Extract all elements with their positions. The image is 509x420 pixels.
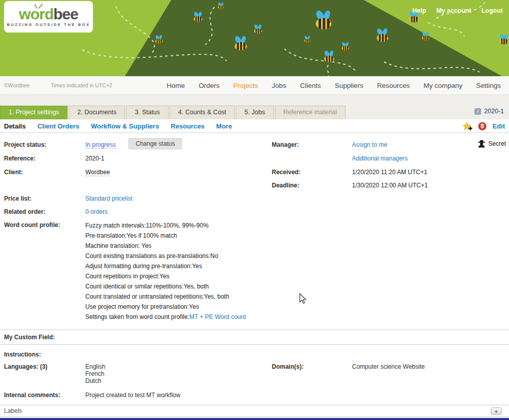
project-status-value[interactable]: In progress <box>85 141 116 149</box>
nav-item[interactable]: Settings <box>476 82 501 89</box>
info-icon[interactable]: i <box>474 108 481 115</box>
domains-label: Domain(s): <box>272 363 304 370</box>
language-item: Dutch <box>85 377 105 384</box>
subnav-item[interactable]: More <box>216 122 232 130</box>
languages-list: EnglishFrenchDutch <box>85 363 105 384</box>
timezone-note: Times indicated in UTC+2 <box>51 82 112 88</box>
word-count-line: Count translated or untranslated repetit… <box>85 292 246 302</box>
word-count-profile-label: Word count profile: <box>4 221 60 229</box>
logo-antennae <box>35 4 44 9</box>
word-count-line: Pre-translation:Yes if 100% match <box>85 231 246 241</box>
languages-domains-row: Languages: (3) EnglishFrenchDutch Domain… <box>0 360 509 389</box>
subnav-item[interactable]: Workflow & Suppliers <box>91 122 159 130</box>
related-order-label: Related order: <box>4 208 45 215</box>
word-count-profile-link[interactable]: MT + PE Word count <box>189 313 246 320</box>
main-navbar: ©Wordbee Times indicated in UTC+2 HomeOr… <box>0 76 509 95</box>
word-count-profile-lines: Fuzzy match intervals:110%-100%, 99%-90%… <box>85 220 246 322</box>
word-count-line: Settings taken from word count profile:M… <box>85 312 246 322</box>
received-label: Received: <box>272 169 301 176</box>
instructions-label: Instructions: <box>4 351 41 358</box>
project-tabstrip: 1. Project settings2. Documents3. Status… <box>0 95 509 119</box>
subnav-items: DetailsClient OrdersWorkflow & Suppliers… <box>4 122 232 130</box>
deadline-label: Deadline: <box>272 182 299 189</box>
project-tab[interactable]: 2. Documents <box>69 106 125 119</box>
project-ref: 2020-1 <box>484 108 504 115</box>
project-ref-box: i 2020-1 <box>474 108 504 115</box>
nav-item[interactable]: Resources <box>377 82 410 89</box>
additional-managers-link[interactable]: Additional managers <box>352 155 407 162</box>
word-count-line-text: Settings taken from word count profile: <box>85 313 189 320</box>
nav-item[interactable]: Jobs <box>272 82 287 89</box>
tabs: 1. Project settings2. Documents3. Status… <box>0 106 346 119</box>
custom-field-label: My Custom Field: <box>4 334 55 341</box>
reference-value: 2020-1 <box>85 155 104 162</box>
language-item: French <box>85 370 105 377</box>
word-count-line-text: Count translated or untranslated repetit… <box>85 293 229 300</box>
nav-item[interactable]: My company <box>424 82 463 89</box>
domains-value: Computer science Website <box>352 363 425 370</box>
logo-tagline: BUZZING OUTSIDE THE BOX <box>7 22 90 27</box>
word-count-line-text: Fuzzy match intervals:110%-100%, 99%-90% <box>85 222 209 229</box>
project-tab[interactable]: Reference material <box>275 106 346 119</box>
word-count-line-text: Count repetitions in project:Yes <box>85 273 170 280</box>
language-item: English <box>85 363 105 370</box>
nav-item[interactable]: Suppliers <box>335 82 363 89</box>
project-tab[interactable]: 1. Project settings <box>0 106 68 119</box>
project-tab[interactable]: 3. Status <box>126 106 168 119</box>
project-tab[interactable]: 5. Jobs <box>236 106 273 119</box>
client-label: Client: <box>4 169 23 176</box>
word-count-line: Fuzzy match intervals:110%-100%, 99%-90% <box>85 220 246 231</box>
word-count-line-text: Pre-translation:Yes if 100% match <box>85 232 177 239</box>
related-order-link[interactable]: 0 orders <box>85 208 108 215</box>
logo-text: wordbee <box>19 7 78 21</box>
nav-item[interactable]: Projects <box>233 82 258 89</box>
wordbee-logo[interactable]: wordbee BUZZING OUTSIDE THE BOX <box>4 1 93 33</box>
secret-label: Secret <box>488 140 506 147</box>
favorite-add-icon[interactable] <box>463 122 472 131</box>
word-count-line-text: Machine translation: Yes <box>85 242 151 249</box>
secret-toggle[interactable]: Secret <box>478 140 506 148</box>
subnav-item[interactable]: Resources <box>171 122 204 130</box>
bottom-section-bar <box>0 418 509 420</box>
account-link[interactable]: Help <box>412 7 426 14</box>
assign-to-me-link[interactable]: Assign to me <box>352 141 387 148</box>
word-count-line-text: Count existing translations as pre-trans… <box>85 252 218 260</box>
account-link[interactable]: Logout <box>482 7 503 14</box>
mouse-cursor <box>299 293 307 304</box>
internal-comments-row: Internal comments: Project created to te… <box>0 389 509 405</box>
word-count-line: Machine translation: Yes <box>85 241 246 251</box>
subnav-item[interactable]: Client Orders <box>38 122 79 130</box>
received-value: 1/20/2020 11:20 AM UTC+1 <box>352 169 427 176</box>
account-links: HelpMy accountLogout <box>402 7 503 14</box>
manager-label: Manager: <box>272 141 299 148</box>
price-list-label: Price list: <box>4 195 31 202</box>
project-tab[interactable]: 4. Counts & Cost <box>170 106 235 119</box>
subnav-actions: Edit <box>463 119 505 133</box>
nav-item[interactable]: Orders <box>199 82 219 89</box>
labels-title: Labels <box>4 407 22 414</box>
add-label-button[interactable]: + <box>491 407 502 415</box>
delete-icon[interactable] <box>478 122 487 131</box>
word-count-line: Count repetitions in project:Yes <box>85 271 246 281</box>
labels-bar: Labels + <box>0 405 509 417</box>
nav-item[interactable]: Home <box>167 82 185 89</box>
word-count-line: Adjust formatting during pre-translation… <box>85 261 246 271</box>
word-count-line-text: Count identical or similar repetitions:Y… <box>85 283 209 290</box>
details-subnav: DetailsClient OrdersWorkflow & Suppliers… <box>0 119 509 133</box>
instructions-section: Instructions: <box>0 345 509 360</box>
project-details: Project status: In progress Change statu… <box>0 133 509 330</box>
internal-comments-value: Project created to test MT workflow <box>85 392 180 399</box>
edit-button[interactable]: Edit <box>492 122 505 130</box>
price-list-link[interactable]: Standard pricelist <box>85 195 133 202</box>
nav-item[interactable]: Clients <box>300 82 321 89</box>
word-count-line-text: Adjust formatting during pre-translation… <box>85 263 202 270</box>
languages-label: Languages: (3) <box>4 363 47 370</box>
word-count-line: Count existing translations as pre-trans… <box>85 251 246 261</box>
subnav-item[interactable]: Details <box>4 122 26 130</box>
project-status-label: Project status: <box>4 141 46 148</box>
client-value[interactable]: Wordbee <box>85 169 110 176</box>
word-count-line-text: Use project memory for pretranslation:Ye… <box>85 303 199 310</box>
change-status-button[interactable]: Change status <box>129 138 182 149</box>
account-link[interactable]: My account <box>436 7 471 14</box>
nav-items: HomeOrdersProjectsJobsClientsSuppliersRe… <box>167 82 509 89</box>
